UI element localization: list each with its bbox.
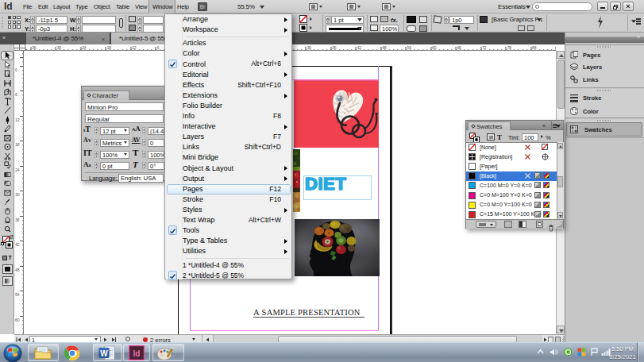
svg-text:Id: Id	[133, 349, 141, 358]
svg-text:W: W	[100, 349, 108, 358]
